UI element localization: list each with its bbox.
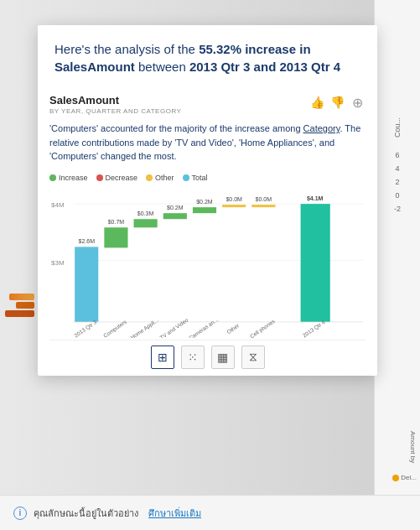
info-icon: i bbox=[13, 507, 27, 520]
chart-legend: Increase Decrease Other Total bbox=[49, 170, 366, 184]
thumbs-up-button[interactable]: 👍 bbox=[309, 94, 325, 111]
svg-text:$0.3M: $0.3M bbox=[137, 210, 154, 216]
bar-cameras bbox=[193, 207, 216, 213]
bar-tvvideo bbox=[163, 213, 187, 219]
bar-2013qtr3 bbox=[75, 247, 98, 321]
decrease-dot bbox=[96, 174, 103, 181]
card-title: Here's the analysis of the 55.32% increa… bbox=[54, 40, 360, 75]
svg-text:$4.1M: $4.1M bbox=[307, 195, 324, 202]
svg-text:Cameras an...: Cameras an... bbox=[188, 316, 220, 338]
axis-val-6: 6 bbox=[395, 151, 399, 159]
svg-text:$0.7M: $0.7M bbox=[108, 219, 125, 225]
svg-text:Computers: Computers bbox=[102, 318, 128, 338]
other-dot bbox=[146, 174, 153, 181]
title-suffix: between bbox=[135, 60, 189, 74]
svg-text:Home Appli...: Home Appli... bbox=[129, 316, 159, 337]
svg-text:$4M: $4M bbox=[51, 201, 65, 209]
del-dot bbox=[392, 475, 399, 481]
del-label: Del... bbox=[401, 474, 417, 481]
title-prefix: Here's the analysis of the bbox=[54, 42, 199, 56]
desc-link[interactable]: Category bbox=[303, 123, 340, 133]
other-label: Other bbox=[155, 174, 174, 182]
chart-svg: $4M $3M $2.6M bbox=[49, 187, 366, 338]
chart-title-block: SalesAmount BY YEAR, QUARTER AND CATEGOR… bbox=[49, 94, 309, 115]
chart-section: SalesAmount BY YEAR, QUARTER AND CATEGOR… bbox=[38, 86, 377, 376]
axis-val-neg2: -2 bbox=[394, 205, 401, 213]
analysis-card: Here's the analysis of the 55.32% increa… bbox=[38, 25, 377, 376]
svg-text:$0.2M: $0.2M bbox=[167, 205, 184, 210]
total-dot bbox=[183, 174, 189, 181]
svg-text:$0.2M: $0.2M bbox=[196, 199, 213, 205]
legend-decrease: Decrease bbox=[96, 174, 138, 182]
footer-link[interactable]: ศึกษาเพิ่มเติม bbox=[148, 506, 201, 521]
side-panel: Cou... 6 4 2 0 -2 Amount by Del... bbox=[374, 0, 420, 530]
legend-other: Other bbox=[146, 174, 174, 182]
footer-bar: i คุณลักษณะนี้อยู่ในตัวอย่าง ศึกษาเพิ่มเ… bbox=[0, 495, 420, 530]
svg-text:$0.0M: $0.0M bbox=[256, 196, 272, 202]
chart-area: $4M $3M $2.6M bbox=[49, 187, 366, 338]
chart-subtitle: BY YEAR, QUARTER AND CATEGORY bbox=[49, 107, 309, 115]
footer-info-text: คุณลักษณะนี้อยู่ในตัวอย่าง bbox=[34, 506, 138, 521]
total-label: Total bbox=[192, 174, 208, 182]
bar-2013qtr4 bbox=[301, 204, 330, 322]
view-table-button[interactable]: ⊞ bbox=[151, 346, 174, 369]
increase-dot bbox=[49, 174, 56, 181]
side-label: Cou... bbox=[393, 117, 402, 138]
view-bar-button[interactable]: ▦ bbox=[211, 346, 235, 369]
svg-text:TV and Video: TV and Video bbox=[158, 316, 189, 337]
increase-label: Increase bbox=[59, 174, 88, 182]
chart-title: SalesAmount bbox=[49, 94, 309, 107]
bar-computers bbox=[104, 227, 127, 247]
svg-text:Other: Other bbox=[226, 321, 241, 335]
title-period: 2013 Qtr 3 and 2013 Qtr 4 bbox=[189, 60, 340, 74]
bar-other bbox=[222, 205, 246, 207]
chart-actions: 👍 👎 ⊕ bbox=[309, 94, 366, 111]
thumbs-down-button[interactable]: 👎 bbox=[329, 94, 345, 111]
legend-increase: Increase bbox=[49, 174, 88, 182]
bar-cellphones bbox=[251, 205, 275, 207]
axis-val-2: 2 bbox=[395, 178, 399, 186]
amount-label: Amount by bbox=[409, 431, 417, 463]
chart-description: 'Computers' accounted for the majority o… bbox=[49, 117, 366, 170]
decrease-label: Decrease bbox=[106, 174, 138, 182]
svg-text:$3M: $3M bbox=[51, 258, 65, 266]
svg-text:$0.0M: $0.0M bbox=[226, 196, 242, 202]
expand-button[interactable]: ⊕ bbox=[349, 94, 366, 111]
bar-homeappli bbox=[134, 219, 158, 227]
axis-val-0: 0 bbox=[395, 191, 399, 200]
view-combo-button[interactable]: ⧖ bbox=[241, 346, 265, 369]
desc-start: 'Computers' accounted for the majority o… bbox=[49, 123, 303, 133]
chart-header: SalesAmount BY YEAR, QUARTER AND CATEGOR… bbox=[49, 86, 366, 117]
svg-text:$2.6M: $2.6M bbox=[78, 238, 95, 244]
view-scatter-button[interactable]: ⁙ bbox=[181, 346, 205, 369]
svg-text:Cell phones: Cell phones bbox=[249, 317, 277, 337]
chart-view-icons: ⊞ ⁙ ▦ ⧖ bbox=[49, 340, 366, 376]
legend-total: Total bbox=[183, 174, 208, 182]
axis-val-4: 4 bbox=[395, 164, 399, 173]
card-header: Here's the analysis of the 55.32% increa… bbox=[38, 25, 377, 86]
left-hint-bars bbox=[0, 294, 38, 317]
